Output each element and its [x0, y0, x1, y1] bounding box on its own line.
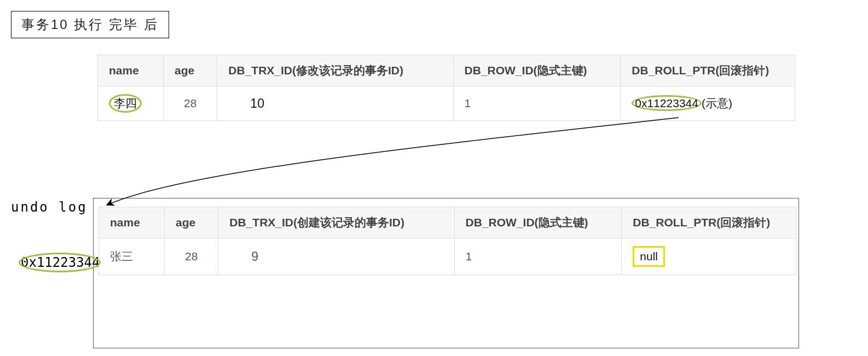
header-roll-ptr: DB_ROLL_PTR(回滚指针): [621, 55, 795, 86]
undo-log-address: 0x11223344: [21, 255, 100, 270]
header-roll-ptr: DB_ROLL_PTR(回滚指针): [622, 207, 796, 238]
cell-trx-id: 10: [217, 86, 453, 121]
header-trx-id: DB_TRX_ID(创建该记录的事务ID): [218, 207, 454, 238]
header-row-id: DB_ROW_ID(隐式主键): [453, 55, 621, 86]
undo-log-label: undo log: [11, 200, 88, 215]
cell-age: 28: [165, 238, 218, 275]
table-header-row: name age DB_TRX_ID(创建该记录的事务ID) DB_ROW_ID…: [99, 207, 796, 238]
roll-ptr-null-highlighted: null: [633, 246, 665, 267]
header-name: name: [98, 55, 164, 86]
cell-trx-id: 9: [218, 238, 454, 275]
cell-roll-ptr: 0x11223344(示意): [621, 86, 795, 121]
header-row-id: DB_ROW_ID(隐式主键): [454, 207, 622, 238]
table-row: 李四 28 10 1 0x11223344(示意): [98, 86, 795, 121]
header-trx-id: DB_TRX_ID(修改该记录的事务ID): [217, 55, 453, 86]
name-highlighted: 李四: [109, 94, 142, 113]
roll-ptr-highlighted: 0x11223344: [632, 95, 702, 111]
cell-row-id: 1: [453, 86, 621, 121]
header-age: age: [165, 207, 218, 238]
current-record-table: name age DB_TRX_ID(修改该记录的事务ID) DB_ROW_ID…: [97, 55, 795, 121]
cell-row-id: 1: [454, 238, 622, 275]
cell-age: 28: [164, 86, 217, 121]
cell-name: 李四: [98, 86, 164, 121]
header-age: age: [164, 55, 217, 86]
cell-name: 张三: [99, 238, 165, 275]
table-row: 张三 28 9 1 null: [99, 238, 796, 275]
roll-ptr-note: (示意): [702, 97, 732, 109]
table-header-row: name age DB_TRX_ID(修改该记录的事务ID) DB_ROW_ID…: [98, 55, 795, 86]
header-name: name: [99, 207, 165, 238]
diagram-title: 事务10 执行 完毕 后: [11, 11, 169, 38]
cell-roll-ptr: null: [622, 238, 796, 275]
undo-log-table: name age DB_TRX_ID(创建该记录的事务ID) DB_ROW_ID…: [99, 207, 796, 275]
